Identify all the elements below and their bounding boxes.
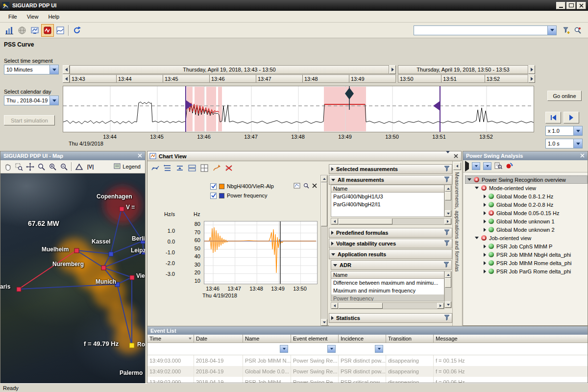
diagram-layout-icon[interactable] — [198, 163, 210, 174]
tree-item[interactable]: Global Mode unknown 2 — [482, 225, 588, 234]
scroll-left-icon[interactable] — [331, 303, 338, 309]
pss-curve-tool-icon[interactable] — [3, 24, 16, 37]
play-icon[interactable] — [465, 163, 469, 169]
signal1-zoom-icon[interactable] — [303, 182, 310, 190]
tree-item[interactable]: Global Mode 0.2-0.8 Hz — [482, 200, 588, 209]
column-header-message[interactable]: Message — [434, 335, 588, 343]
search-icon[interactable] — [572, 24, 583, 36]
predefined-formulas-header[interactable]: Predefined formulas — [329, 228, 452, 238]
list-item[interactable]: Maximum and minimum frequency — [331, 287, 444, 294]
signal1-style-icon[interactable] — [294, 182, 300, 190]
time-segment-select[interactable]: 10 Minutes — [4, 65, 59, 74]
menu-file[interactable]: File — [4, 12, 22, 21]
zoom-box-icon[interactable] — [13, 161, 24, 172]
scroll-right-icon[interactable] — [444, 219, 451, 224]
pan-hand-icon[interactable] — [2, 161, 13, 172]
event-row[interactable]: 13:49:03.000 2018-04-19 PSR Job MlhM N..… — [147, 355, 588, 366]
tree-item[interactable]: Global Mode 0.8-1.2 Hz — [482, 192, 588, 200]
column-header-element[interactable]: Event element — [291, 335, 339, 343]
event-row[interactable]: 13:49:02.000 2018-04-19 PSR Job MlhM ...… — [147, 377, 588, 383]
mode-dropdown-button[interactable] — [483, 162, 491, 170]
adr-header[interactable]: ADR — [331, 260, 452, 270]
menu-view[interactable]: View — [23, 12, 43, 21]
find-in-tree-icon[interactable] — [494, 162, 502, 171]
step-forward-button[interactable] — [564, 112, 579, 123]
chart-vertical-scrollbar[interactable] — [320, 175, 328, 326]
start-simulation-button[interactable]: Start simulation — [4, 115, 55, 125]
measurements-name-column-header[interactable]: Name — [331, 185, 444, 193]
replay-speed-select[interactable]: x 1.0 — [545, 126, 583, 136]
column-header-date[interactable]: Date — [194, 335, 243, 343]
clear-signals-icon[interactable] — [223, 163, 234, 174]
trend-icon[interactable] — [54, 24, 67, 37]
scroll-up-icon[interactable] — [445, 271, 451, 278]
column-header-transition[interactable]: Transition — [386, 335, 434, 343]
adr-horizontal-scrollbar[interactable] — [331, 302, 444, 309]
refresh-icon[interactable] — [71, 24, 83, 37]
measurements-vertical-scrollbar[interactable] — [444, 185, 452, 217]
column-header-time[interactable]: Time — [147, 335, 194, 343]
scroll-up-icon[interactable] — [445, 185, 451, 192]
tree-item[interactable]: PSR Job MlhM NbgH delta_phi — [482, 250, 588, 259]
filter-funnel-icon[interactable] — [443, 262, 449, 269]
calendar-day-dropdown-button[interactable] — [49, 96, 58, 105]
segment2-next-button[interactable] — [528, 65, 535, 74]
quick-search-dropdown-button[interactable] — [547, 26, 556, 35]
tree-item[interactable]: 4 Global Mode 0.05-0.15 Hz — [482, 209, 588, 217]
incidence-filter-dropdown[interactable] — [375, 345, 383, 353]
overview-icon[interactable] — [28, 24, 41, 37]
event-row[interactable]: 13:49:02.000 2018-04-19 Global Mode 0.0.… — [147, 366, 588, 377]
scroll-thumb[interactable] — [339, 303, 383, 309]
zoom-in-icon[interactable] — [47, 161, 58, 172]
axes-stacked-icon[interactable] — [186, 163, 197, 174]
tree-item[interactable]: PSR Job ParG Rome delta_phi — [482, 267, 588, 275]
segment1-prev-button[interactable] — [63, 65, 70, 74]
collapse-panel-icon[interactable] — [453, 162, 461, 170]
scroll-thumb[interactable] — [445, 278, 451, 288]
scroll-left-icon[interactable] — [331, 219, 338, 224]
tree-item[interactable]: PSR Job CphS MlhM P — [482, 242, 588, 250]
chart-close-icon[interactable] — [454, 153, 458, 159]
alarm-sync-icon[interactable] — [505, 162, 513, 171]
chart-menu-icon[interactable] — [446, 153, 450, 159]
tree-item[interactable]: PSR Job MlhM Rome delta_phi — [482, 259, 588, 267]
filter-funnel-icon[interactable] — [444, 166, 450, 172]
segment2-ruler-next-button[interactable] — [528, 74, 535, 83]
selected-measurements-header[interactable]: Selected measurements — [329, 164, 452, 174]
maximize-button[interactable] — [566, 2, 576, 9]
name-filter-dropdown[interactable] — [280, 345, 288, 353]
scroll-down-icon[interactable] — [321, 319, 327, 326]
axes-common-icon[interactable] — [174, 163, 185, 174]
signal-plot[interactable] — [204, 221, 318, 284]
time-segment-dropdown-button[interactable] — [49, 65, 58, 74]
measurements-horizontal-scrollbar[interactable] — [331, 218, 452, 225]
curve-mode-icon[interactable] — [149, 163, 161, 174]
globe-icon[interactable] — [16, 24, 28, 37]
column-header-name[interactable]: Name — [243, 335, 291, 343]
marker-flag-left-icon[interactable] — [433, 101, 440, 111]
move-icon[interactable] — [24, 161, 36, 172]
view-dropdown-button[interactable] — [472, 162, 480, 170]
tree-item[interactable]: 4 Power Swing Recognition overview — [465, 175, 588, 184]
timeline-plot[interactable] — [63, 86, 534, 132]
application-results-header[interactable]: Application results — [329, 249, 452, 259]
adr-name-column-header[interactable]: Name — [331, 271, 444, 279]
signal1-checkbox[interactable] — [210, 183, 217, 190]
scroll-thumb[interactable] — [445, 192, 451, 200]
filter-funnel-icon[interactable] — [444, 240, 450, 247]
minimize-button[interactable] — [556, 2, 565, 9]
voltage-stability-header[interactable]: Voltage stability curves — [329, 239, 452, 248]
statistics-header[interactable]: Statistics — [329, 313, 452, 323]
replay-interval-select[interactable]: 1.0 s — [545, 139, 583, 148]
step-back-button[interactable] — [545, 112, 561, 123]
voltage-icon[interactable]: |V| — [85, 161, 96, 172]
scroll-down-icon[interactable] — [445, 210, 451, 217]
signal1-remove-icon[interactable] — [312, 183, 317, 189]
axes-separate-icon[interactable] — [162, 163, 173, 174]
alarm-icon[interactable] — [41, 24, 54, 37]
map-close-icon[interactable] — [138, 153, 142, 159]
quick-search-input[interactable] — [414, 26, 547, 34]
filter-add-icon[interactable] — [561, 24, 572, 36]
list-item[interactable]: Difference between maximum and minimu... — [331, 279, 444, 287]
filter-funnel-icon[interactable] — [444, 176, 450, 183]
